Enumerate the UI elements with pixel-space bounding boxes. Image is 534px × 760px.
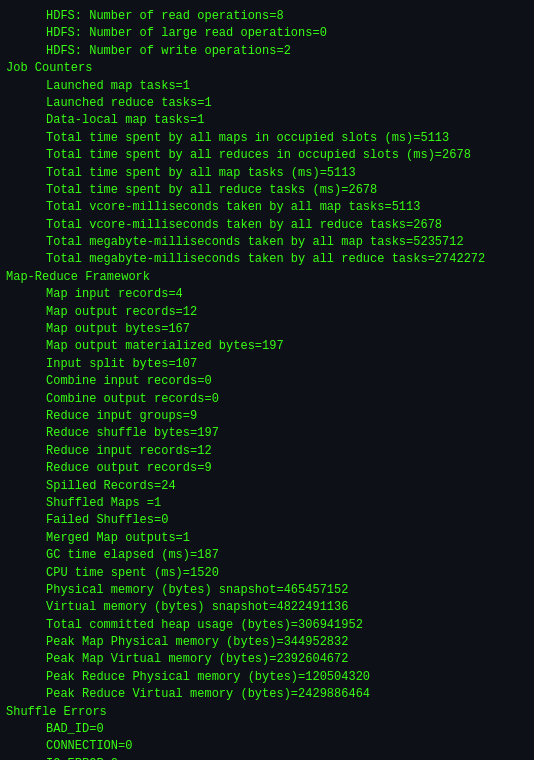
log-line: Reduce output records=9	[6, 460, 528, 477]
log-line: Map input records=4	[6, 286, 528, 303]
log-line: HDFS: Number of write operations=2	[6, 43, 528, 60]
log-line: Launched reduce tasks=1	[6, 95, 528, 112]
log-line: IO_ERROR=0	[6, 756, 528, 760]
log-line: Reduce input records=12	[6, 443, 528, 460]
log-line: Combine output records=0	[6, 391, 528, 408]
section-header: Map-Reduce Framework	[6, 269, 528, 286]
log-line: Total time spent by all reduces in occup…	[6, 147, 528, 164]
log-line: Peak Map Physical memory (bytes)=3449528…	[6, 634, 528, 651]
log-line: Map output bytes=167	[6, 321, 528, 338]
log-line: Shuffled Maps =1	[6, 495, 528, 512]
log-line: Launched map tasks=1	[6, 78, 528, 95]
log-line: CONNECTION=0	[6, 738, 528, 755]
log-line: Map output materialized bytes=197	[6, 338, 528, 355]
log-line: Total time spent by all map tasks (ms)=5…	[6, 165, 528, 182]
log-line: BAD_ID=0	[6, 721, 528, 738]
section-header: Job Counters	[6, 60, 528, 77]
log-line: Combine input records=0	[6, 373, 528, 390]
section-header: Shuffle Errors	[6, 704, 528, 721]
log-line: Total committed heap usage (bytes)=30694…	[6, 617, 528, 634]
log-line: GC time elapsed (ms)=187	[6, 547, 528, 564]
log-line: Reduce shuffle bytes=197	[6, 425, 528, 442]
log-line: HDFS: Number of read operations=8	[6, 8, 528, 25]
log-lines: HDFS: Number of read operations=8HDFS: N…	[6, 8, 528, 760]
log-line: Reduce input groups=9	[6, 408, 528, 425]
log-line: Spilled Records=24	[6, 478, 528, 495]
log-line: Map output records=12	[6, 304, 528, 321]
log-line: Total time spent by all reduce tasks (ms…	[6, 182, 528, 199]
log-line: Physical memory (bytes) snapshot=4654571…	[6, 582, 528, 599]
log-line: Total vcore-milliseconds taken by all ma…	[6, 199, 528, 216]
log-line: Virtual memory (bytes) snapshot=48224911…	[6, 599, 528, 616]
terminal-output: HDFS: Number of read operations=8HDFS: N…	[6, 8, 528, 760]
log-line: Total megabyte-milliseconds taken by all…	[6, 251, 528, 268]
log-line: HDFS: Number of large read operations=0	[6, 25, 528, 42]
log-line: Input split bytes=107	[6, 356, 528, 373]
log-line: Peak Reduce Physical memory (bytes)=1205…	[6, 669, 528, 686]
log-line: Data-local map tasks=1	[6, 112, 528, 129]
log-line: Merged Map outputs=1	[6, 530, 528, 547]
log-line: Peak Reduce Virtual memory (bytes)=24298…	[6, 686, 528, 703]
log-line: Total vcore-milliseconds taken by all re…	[6, 217, 528, 234]
log-line: Total megabyte-milliseconds taken by all…	[6, 234, 528, 251]
log-line: Failed Shuffles=0	[6, 512, 528, 529]
log-line: CPU time spent (ms)=1520	[6, 565, 528, 582]
log-line: Peak Map Virtual memory (bytes)=23926046…	[6, 651, 528, 668]
log-line: Total time spent by all maps in occupied…	[6, 130, 528, 147]
